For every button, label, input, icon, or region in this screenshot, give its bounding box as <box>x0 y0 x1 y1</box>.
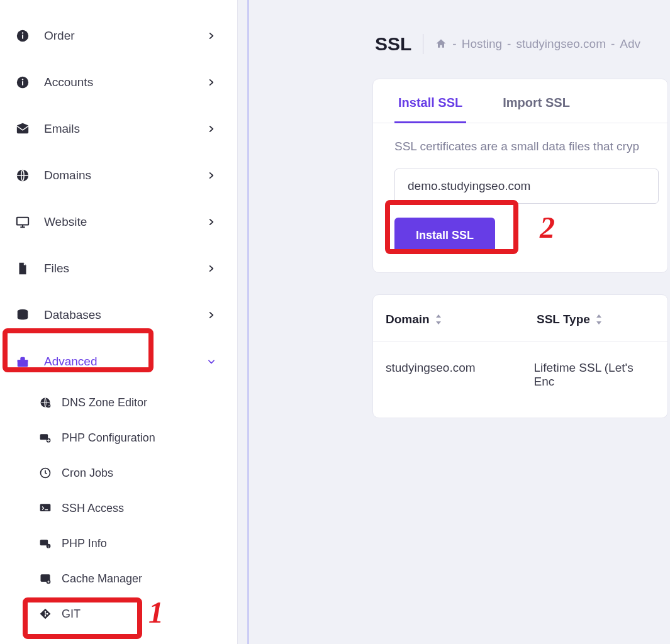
sidebar-item-accounts[interactable]: Accounts <box>0 59 237 106</box>
chevron-right-icon <box>207 264 216 273</box>
sidebar-item-domains[interactable]: Domains <box>0 152 237 199</box>
php-config-icon <box>39 431 52 444</box>
subitem-label: PHP Info <box>62 537 107 550</box>
database-icon <box>15 308 30 323</box>
page-header: SSL - Hosting - studyingseo.com - Adv <box>249 28 670 60</box>
sidebar-item-order[interactable]: Order <box>0 13 237 59</box>
svg-rect-9 <box>18 360 28 362</box>
subitem-cache-manager[interactable]: Cache Manager <box>0 561 237 596</box>
breadcrumb-item[interactable]: studyingseo.com <box>516 37 606 51</box>
domain-input[interactable] <box>394 169 659 204</box>
table-row: studyingseo.com Lifetime SSL (Let's Enc <box>373 342 667 418</box>
terminal-icon <box>39 502 52 514</box>
git-icon <box>39 608 52 620</box>
svg-rect-15 <box>40 504 51 511</box>
subitem-php-configuration[interactable]: PHP Configuration <box>0 420 237 455</box>
subitem-label: PHP Configuration <box>62 431 155 445</box>
sidebar-item-label: Databases <box>44 308 101 322</box>
chevron-right-icon <box>207 311 216 319</box>
info-icon <box>15 75 30 90</box>
install-ssl-button[interactable]: Install SSL <box>394 218 495 253</box>
subitem-git[interactable]: GIT <box>0 596 237 631</box>
cell-domain: studyingseo.com <box>386 361 534 389</box>
column-ssl-type[interactable]: SSL Type <box>537 313 603 326</box>
subitem-cron-jobs[interactable]: Cron Jobs <box>0 455 237 491</box>
toolbox-icon <box>15 354 30 369</box>
panel-description: SSL certificates are a small data files … <box>373 123 667 153</box>
column-label: SSL Type <box>537 313 590 326</box>
sidebar-item-files[interactable]: Files <box>0 245 237 292</box>
subitem-ssh-access[interactable]: SSH Access <box>0 491 237 526</box>
sort-icon <box>595 314 603 325</box>
breadcrumb: - Hosting - studyingseo.com - Adv <box>435 37 640 51</box>
tabs: Install SSL Import SSL <box>373 96 667 123</box>
subitem-label: GIT <box>62 608 81 621</box>
mail-icon <box>15 121 30 136</box>
sidebar-item-label: Advanced <box>44 355 98 369</box>
svg-rect-4 <box>22 81 23 85</box>
sidebar-item-label: Files <box>44 262 69 275</box>
dns-icon <box>39 396 52 409</box>
home-icon[interactable] <box>435 38 447 50</box>
svg-point-11 <box>47 404 51 408</box>
sort-icon <box>435 314 442 325</box>
svg-rect-12 <box>40 434 48 440</box>
ssl-table: Domain SSL Type studyingseo.com Lifetime… <box>372 294 668 418</box>
sidebar-item-website[interactable]: Website <box>0 199 237 245</box>
sidebar-item-label: Emails <box>44 122 80 136</box>
info-icon <box>15 28 30 43</box>
cell-ssl-type: Lifetime SSL (Let's Enc <box>534 361 656 389</box>
sidebar-item-label: Website <box>44 215 87 229</box>
column-label: Domain <box>386 313 430 326</box>
sidebar-item-advanced[interactable]: Advanced <box>0 338 237 385</box>
subitem-label: SSH Access <box>62 502 124 515</box>
subitem-dns-zone-editor[interactable]: DNS Zone Editor <box>0 385 237 420</box>
breadcrumb-divider <box>423 34 423 54</box>
breadcrumb-separator: - <box>611 37 615 51</box>
svg-rect-7 <box>17 218 28 225</box>
breadcrumb-item[interactable]: Hosting <box>462 37 502 51</box>
breadcrumb-item[interactable]: Adv <box>620 37 640 51</box>
chevron-right-icon <box>207 78 216 87</box>
subitem-php-info[interactable]: i PHP Info <box>0 526 237 561</box>
svg-point-2 <box>22 32 23 33</box>
globe-icon <box>15 168 30 183</box>
sidebar-item-label: Accounts <box>44 75 93 89</box>
svg-text:i: i <box>48 545 48 548</box>
breadcrumb-separator: - <box>507 37 511 51</box>
chevron-right-icon <box>207 31 216 40</box>
svg-rect-1 <box>22 35 23 38</box>
subitem-ssl[interactable]: SSL SSL <box>0 631 237 644</box>
sidebar-item-emails[interactable]: Emails <box>0 106 237 152</box>
php-info-icon: i <box>39 537 52 550</box>
subitem-label: Cache Manager <box>62 572 142 586</box>
breadcrumb-separator: - <box>452 37 456 51</box>
tab-import-ssl[interactable]: Import SSL <box>499 96 574 123</box>
install-ssl-panel: Install SSL Import SSL SSL certificates … <box>372 79 668 273</box>
tab-install-ssl[interactable]: Install SSL <box>394 96 466 123</box>
cache-icon <box>39 572 52 585</box>
page-title: SSL <box>375 33 411 55</box>
sidebar-item-label: Domains <box>44 169 91 182</box>
table-header: Domain SSL Type <box>373 295 667 342</box>
svg-point-5 <box>22 79 23 80</box>
sidebar-item-databases[interactable]: Databases <box>0 292 237 338</box>
chevron-right-icon <box>207 171 216 180</box>
sidebar: Order Accounts Emails Domains <box>0 0 238 644</box>
monitor-icon <box>15 214 30 230</box>
sidebar-item-label: Order <box>44 29 75 43</box>
column-domain[interactable]: Domain <box>386 313 537 326</box>
chevron-down-icon <box>207 357 216 366</box>
file-icon <box>15 261 30 276</box>
subitem-label: Cron Jobs <box>62 467 113 480</box>
subitem-label: DNS Zone Editor <box>62 396 147 409</box>
svg-rect-16 <box>40 540 48 545</box>
clock-icon <box>39 467 52 479</box>
chevron-right-icon <box>207 218 216 226</box>
content-area: SSL - Hosting - studyingseo.com - Adv In… <box>249 0 670 644</box>
chevron-right-icon <box>207 125 216 133</box>
